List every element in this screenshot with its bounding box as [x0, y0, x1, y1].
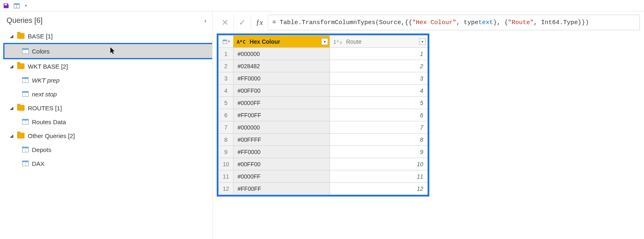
cancel-formula-icon[interactable]: ✕ — [217, 15, 234, 30]
table-row[interactable]: 9#FF00009 — [219, 146, 428, 158]
table-quickaccess-icon[interactable] — [13, 2, 20, 9]
caret-down-icon: ◢ — [10, 64, 14, 69]
table-row[interactable]: 7#0000007 — [219, 121, 428, 134]
cell-hex[interactable]: #028482 — [233, 60, 330, 72]
row-index[interactable]: 12 — [219, 183, 233, 195]
row-index[interactable]: 3 — [219, 72, 233, 85]
cell-hex[interactable]: #00FF00 — [233, 85, 330, 97]
cell-route[interactable]: 3 — [330, 72, 428, 85]
formula-seg: , Int64.Type}}) — [534, 19, 589, 26]
row-index[interactable]: 2 — [219, 60, 233, 72]
query-colors[interactable]: Colors — [3, 43, 212, 59]
query-wkt-prep[interactable]: WKT prep — [3, 73, 212, 87]
cell-route[interactable]: 10 — [330, 158, 428, 170]
folder-row-wkt-base[interactable]: ◢ WKT BASE [2] — [3, 59, 212, 73]
queries-tree: ◢ BASE [1] Colors ◢ WKT BASE [2] — [0, 29, 212, 170]
row-index[interactable]: 9 — [219, 146, 233, 158]
table-row[interactable]: 2#0284822 — [219, 60, 428, 72]
data-preview-table: ▾ AᴮC Hex Colour ▾ 1²₃ Route ▾ — [217, 34, 429, 197]
cell-route[interactable]: 5 — [330, 97, 428, 109]
save-icon[interactable] — [2, 2, 10, 9]
row-index[interactable]: 7 — [219, 121, 233, 134]
cell-hex[interactable]: #0000FF — [233, 170, 330, 183]
folder-wkt-base: ◢ WKT BASE [2] WKT prep next stop — [3, 59, 212, 101]
table-row[interactable]: 6#FF00FF6 — [219, 109, 428, 121]
table-icon — [22, 147, 29, 152]
table-row[interactable]: 3#FF00003 — [219, 72, 428, 85]
cell-hex[interactable]: #FF0000 — [233, 146, 330, 158]
query-label: next stop — [32, 91, 57, 98]
cell-route[interactable]: 1 — [330, 48, 428, 60]
folder-icon — [17, 33, 25, 39]
folder-other-queries: ◢ Other Queries [2] Depots DAX — [3, 129, 212, 170]
cell-route[interactable]: 4 — [330, 85, 428, 97]
table-row[interactable]: 5#0000FF5 — [219, 97, 428, 109]
column-header-route[interactable]: 1²₃ Route ▾ — [330, 36, 428, 48]
caret-down-icon: ◢ — [10, 105, 14, 111]
formula-seg: }, { — [493, 19, 508, 26]
caret-down-icon: ◢ — [10, 133, 14, 138]
folder-row-base[interactable]: ◢ BASE [1] — [3, 29, 212, 43]
chevron-down-icon[interactable]: ▾ — [24, 3, 28, 8]
query-label: Colors — [32, 48, 49, 55]
cell-hex[interactable]: #FF0000 — [233, 72, 330, 85]
table-corner-button[interactable]: ▾ — [219, 36, 233, 48]
collapse-sidebar-icon[interactable]: ‹ — [204, 17, 206, 25]
table-icon — [22, 91, 29, 97]
row-index[interactable]: 11 — [219, 170, 233, 183]
table-row[interactable]: 8#00FFFF8 — [219, 134, 428, 146]
row-index[interactable]: 10 — [219, 158, 233, 170]
cell-hex[interactable]: #000000 — [233, 121, 330, 134]
cell-hex[interactable]: #00FF00 — [233, 158, 330, 170]
row-index[interactable]: 5 — [219, 97, 233, 109]
table-icon — [22, 161, 29, 166]
commit-formula-icon[interactable]: ✓ — [234, 15, 251, 30]
queries-header: Queries [6] ‹ — [0, 14, 212, 29]
column-filter-icon[interactable]: ▾ — [419, 38, 426, 45]
table-row[interactable]: 11#0000FF11 — [219, 170, 428, 183]
cell-route[interactable]: 7 — [330, 121, 428, 134]
formula-seg: = Table.TransformColumnTypes(Source,{{ — [272, 19, 412, 26]
formula-input[interactable]: = Table.TransformColumnTypes(Source,{{ "… — [268, 15, 640, 30]
column-filter-icon[interactable]: ▾ — [321, 38, 328, 45]
cell-hex[interactable]: #FF00FF — [233, 183, 330, 195]
row-index[interactable]: 1 — [219, 48, 233, 60]
table-icon — [22, 77, 29, 83]
table-row[interactable]: 4#00FF004 — [219, 85, 428, 97]
cell-route[interactable]: 2 — [330, 60, 428, 72]
fx-icon[interactable]: ƒx — [251, 15, 268, 30]
cell-hex[interactable]: #000000 — [233, 48, 330, 60]
table-row[interactable]: 12#FF00FF12 — [219, 183, 428, 195]
query-label: Routes Data — [32, 118, 66, 125]
folder-icon — [17, 133, 25, 138]
cell-route[interactable]: 9 — [330, 146, 428, 158]
cell-hex[interactable]: #00FFFF — [233, 134, 330, 146]
cell-route[interactable]: 11 — [330, 170, 428, 183]
svg-rect-4 — [223, 41, 227, 44]
folder-row-routes[interactable]: ◢ ROUTES [1] — [3, 101, 212, 115]
query-label: Depots — [32, 146, 52, 153]
folder-row-other[interactable]: ◢ Other Queries [2] — [3, 129, 212, 143]
folder-label: ROUTES [1] — [28, 105, 62, 112]
cell-route[interactable]: 12 — [330, 183, 428, 195]
folder-icon — [17, 105, 25, 111]
cell-route[interactable]: 8 — [330, 134, 428, 146]
table-row[interactable]: 10#00FF0010 — [219, 158, 428, 170]
folder-routes: ◢ ROUTES [1] Routes Data — [3, 101, 212, 129]
row-index[interactable]: 6 — [219, 109, 233, 121]
row-index[interactable]: 4 — [219, 85, 233, 97]
table-row[interactable]: 1#0000001 — [219, 48, 428, 60]
main-layout: Queries [6] ‹ ◢ BASE [1] Colors — [0, 11, 644, 239]
query-depots[interactable]: Depots — [3, 143, 212, 156]
query-next-stop[interactable]: next stop — [3, 87, 212, 101]
cursor-icon — [110, 47, 117, 55]
cell-route[interactable]: 6 — [330, 109, 428, 121]
query-dax[interactable]: DAX — [3, 156, 212, 170]
formula-seg: "Route" — [508, 19, 534, 26]
cell-hex[interactable]: #FF00FF — [233, 109, 330, 121]
formula-seg: text — [478, 19, 493, 26]
cell-hex[interactable]: #0000FF — [233, 97, 330, 109]
query-routes-data[interactable]: Routes Data — [3, 115, 212, 129]
column-header-hex-colour[interactable]: AᴮC Hex Colour ▾ — [233, 36, 330, 48]
row-index[interactable]: 8 — [219, 134, 233, 146]
